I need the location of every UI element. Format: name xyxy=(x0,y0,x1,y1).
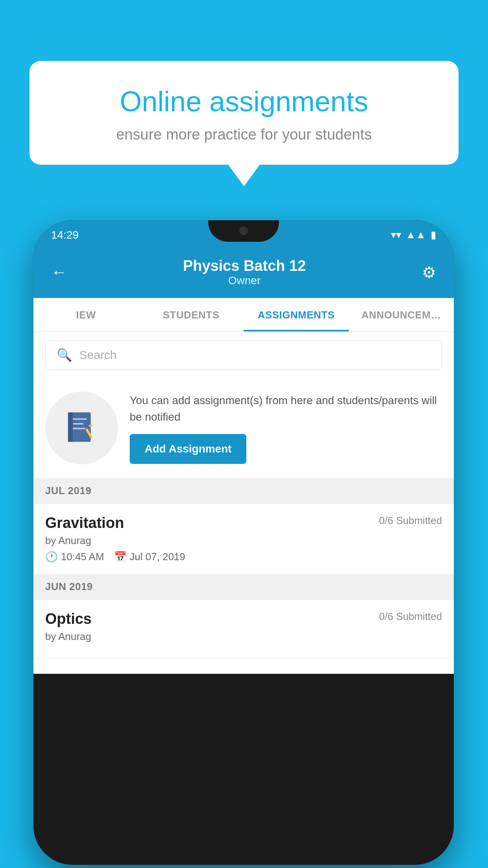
clock-icon: 🕐 xyxy=(45,551,58,563)
tab-students[interactable]: STUDENTS xyxy=(139,298,244,331)
assignment-author-gravitation: by Anurag xyxy=(45,535,442,547)
assignment-meta-gravitation: 🕐 10:45 AM 📅 Jul 07, 2019 xyxy=(45,551,442,563)
search-placeholder-text: Search xyxy=(79,348,117,362)
search-icon: 🔍 xyxy=(57,348,72,362)
assignment-name-optics: Optics xyxy=(45,611,92,627)
add-assignment-button[interactable]: Add Assignment xyxy=(130,434,246,464)
speech-bubble: Online assignments ensure more practice … xyxy=(29,61,459,165)
tab-assignments[interactable]: ASSIGNMENTS xyxy=(244,298,349,331)
status-time: 14:29 xyxy=(51,229,79,241)
svg-rect-4 xyxy=(73,428,85,429)
assignment-item-optics[interactable]: Optics 0/6 Submitted by Anurag xyxy=(33,600,454,658)
tab-iew[interactable]: IEW xyxy=(33,298,139,331)
tab-bar: IEW STUDENTS ASSIGNMENTS ANNOUNCEM… xyxy=(33,298,454,332)
assignment-row-top: Gravitation 0/6 Submitted xyxy=(45,515,442,531)
back-button[interactable]: ← xyxy=(51,263,67,281)
svg-rect-1 xyxy=(68,412,73,442)
bottom-space xyxy=(33,658,454,674)
assignment-row-top-optics: Optics 0/6 Submitted xyxy=(45,611,442,627)
meta-date: 📅 Jul 07, 2019 xyxy=(114,551,185,563)
promo-icon-circle xyxy=(45,392,118,464)
status-icons: ▾▾ ▲▲ ▮ xyxy=(391,229,436,241)
notch xyxy=(208,220,279,242)
search-input[interactable]: 🔍 Search xyxy=(45,340,442,370)
section-header-jul: JUL 2019 xyxy=(33,478,454,504)
assignment-time: 10:45 AM xyxy=(61,551,104,563)
svg-rect-2 xyxy=(73,418,87,420)
section-header-jun: JUN 2019 xyxy=(33,574,454,600)
speech-bubble-subtitle: ensure more practice for your students xyxy=(57,126,431,143)
promo-section: You can add assignment(s) from here and … xyxy=(33,378,454,478)
tab-announcements[interactable]: ANNOUNCEM… xyxy=(349,298,454,331)
promo-content: You can add assignment(s) from here and … xyxy=(130,392,442,464)
submitted-badge-optics: 0/6 Submitted xyxy=(379,611,442,623)
calendar-icon: 📅 xyxy=(114,551,127,563)
search-bar-wrapper: 🔍 Search xyxy=(33,332,454,378)
status-bar: 14:29 ▾▾ ▲▲ ▮ xyxy=(33,220,454,250)
assignment-item-gravitation[interactable]: Gravitation 0/6 Submitted by Anurag 🕐 10… xyxy=(33,504,454,574)
battery-icon: ▮ xyxy=(431,229,436,241)
svg-rect-3 xyxy=(73,423,84,425)
meta-time: 🕐 10:45 AM xyxy=(45,551,104,563)
submitted-badge-gravitation: 0/6 Submitted xyxy=(379,515,442,527)
phone-screen: 🔍 Search You can add assignment(s) from … xyxy=(33,332,454,674)
speech-bubble-wrapper: Online assignments ensure more practice … xyxy=(29,61,459,186)
header-title-group: Physics Batch 12 Owner xyxy=(183,257,306,287)
camera-dot xyxy=(239,226,248,235)
signal-icon: ▲▲ xyxy=(406,229,426,241)
header-subtitle: Owner xyxy=(183,274,306,287)
assignment-author-optics: by Anurag xyxy=(45,631,442,643)
assignment-name-gravitation: Gravitation xyxy=(45,515,124,531)
header-title: Physics Batch 12 xyxy=(183,257,306,274)
wifi-icon: ▾▾ xyxy=(391,229,401,241)
app-header: ← Physics Batch 12 Owner ⚙ xyxy=(33,250,454,298)
notebook-icon xyxy=(65,410,98,446)
promo-description: You can add assignment(s) from here and … xyxy=(130,392,442,425)
phone-frame: 14:29 ▾▾ ▲▲ ▮ ← Physics Batch 12 Owner ⚙… xyxy=(33,220,454,865)
assignment-date: Jul 07, 2019 xyxy=(130,551,185,563)
settings-icon[interactable]: ⚙ xyxy=(422,263,436,281)
speech-bubble-title: Online assignments xyxy=(57,85,431,118)
speech-bubble-tail xyxy=(228,165,260,186)
